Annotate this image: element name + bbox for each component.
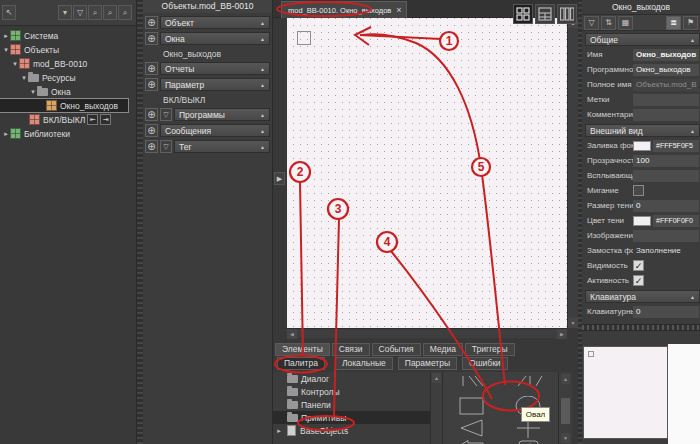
filter-icon[interactable]: ▽ [160, 140, 172, 153]
bind-out-icon[interactable]: ⇥ [100, 114, 111, 125]
palette-item-controls[interactable]: Контролы [273, 385, 430, 398]
image-field[interactable] [633, 230, 699, 242]
palette-item-baseobjects[interactable]: ▸ BaseObjects [273, 424, 430, 437]
add-object-button[interactable]: ⊕ [145, 16, 158, 29]
add-tag-button[interactable]: ⊕ [145, 140, 158, 153]
tree-item-resources[interactable]: ▾ Ресурсы [0, 71, 136, 84]
scroll-up-icon[interactable]: ▲ [561, 374, 570, 384]
add-window-button[interactable]: ⊕ [145, 32, 158, 45]
chevron-down-icon[interactable]: ▾ [11, 60, 19, 68]
list-view-icon[interactable]: ≣ [666, 16, 681, 30]
section-bar[interactable]: Отчеты ▲ [160, 62, 270, 75]
close-icon[interactable]: × [396, 5, 401, 15]
canvas-square-element[interactable] [297, 31, 311, 45]
zoom-out-icon[interactable]: ⌕ [118, 5, 132, 20]
tree-item-objects[interactable]: ▾ Объекты [0, 43, 136, 56]
chevron-right-icon[interactable]: ▸ [275, 427, 283, 435]
collapse-icon[interactable]: ▲ [260, 20, 265, 26]
tags-field[interactable] [633, 94, 699, 106]
tab-links[interactable]: Связи [332, 343, 370, 356]
chevron-down-icon[interactable]: ▾ [2, 46, 10, 54]
palette-item-dialog[interactable]: Диалог [273, 372, 430, 385]
tooltip-field[interactable] [633, 170, 699, 182]
section-bar[interactable]: Окна ▲ [160, 32, 270, 45]
scroll-left-icon[interactable]: ◀ [287, 329, 297, 339]
chevron-down-icon[interactable]: ▾ [20, 74, 28, 82]
tree-item-module[interactable]: ▾ mod_BB-0010 [0, 57, 136, 70]
section-bar[interactable]: Программы ▲ [174, 108, 270, 121]
program-name-field[interactable]: Окно_выходов [633, 64, 699, 76]
collapse-icon[interactable]: ▲ [260, 128, 265, 134]
search-icon[interactable]: ⌕ [88, 5, 102, 20]
tab-media[interactable]: Медиа [423, 343, 463, 356]
fill-color-field[interactable]: #FFF5F0F5 [653, 140, 699, 152]
columns-layout-icon[interactable] [557, 4, 577, 24]
palette-item-primitives[interactable]: Примитивы [273, 411, 430, 424]
section-bar[interactable]: Объект ▲ [160, 16, 270, 29]
section-general[interactable]: Общие ▲ [585, 33, 700, 46]
tab-elements[interactable]: Элементы [275, 343, 330, 356]
scroll-down-icon[interactable]: ▼ [568, 318, 578, 328]
zoom-in-icon[interactable]: ⌕ [103, 5, 117, 20]
activity-checkbox[interactable]: ✓ [633, 275, 644, 286]
pointer-tool-icon[interactable]: ↖ [2, 5, 16, 20]
chevron-right-icon[interactable]: ▸ [2, 130, 10, 138]
design-canvas[interactable] [287, 18, 567, 328]
tab-locals[interactable]: Локальные [335, 357, 393, 370]
tab-palette[interactable]: Палитра [277, 357, 325, 370]
shape-rounded-rect[interactable] [513, 440, 545, 444]
collapse-icon[interactable]: ▲ [690, 294, 695, 300]
section-bar[interactable]: Тег ▲ [174, 140, 270, 153]
shape-lines-2[interactable] [513, 374, 545, 394]
tree-item-libraries[interactable]: ▸ Библиотеки [0, 127, 136, 140]
scroll-right-icon[interactable]: ▶ [557, 329, 567, 339]
shadow-size-field[interactable]: 0 [633, 200, 699, 212]
parameter-list-item[interactable]: ВКЛ/ВЫКЛ [163, 94, 270, 105]
collapse-icon[interactable]: ▲ [260, 82, 265, 88]
keyboard-input-field[interactable]: 0 [633, 306, 699, 318]
fill-color-swatch[interactable] [633, 141, 651, 151]
collapse-icon[interactable]: ▲ [260, 36, 265, 42]
blink-checkbox[interactable] [633, 185, 644, 196]
scrollbar-thumb[interactable] [561, 398, 570, 424]
tree-item-onoff[interactable]: ВКЛ/ВЫКЛ ⇤ ⇥ [0, 113, 136, 126]
section-keyboard[interactable]: Клавиатура ▲ [585, 290, 700, 303]
tab-errors[interactable]: Ошибки [462, 357, 508, 370]
filter-icon[interactable]: ▽ [584, 16, 599, 30]
scroll-down-icon[interactable]: ▼ [561, 433, 570, 443]
canvas-vscrollbar[interactable]: ▲ ▼ [567, 18, 578, 328]
collapse-icon[interactable]: ▲ [260, 144, 265, 150]
shape-lines-1[interactable] [456, 374, 488, 394]
filter-icon[interactable]: ▽ [160, 108, 172, 121]
opacity-field[interactable]: 100 [633, 155, 699, 167]
tree-item-windows[interactable]: ▾ Окна [0, 85, 136, 98]
chevron-right-icon[interactable]: ▸ [2, 32, 10, 40]
grid-2x2-layout-icon[interactable] [513, 4, 533, 24]
filter-icon[interactable]: ▽ [73, 5, 87, 20]
canvas-tab[interactable]: mod_BB-0010. Окно_выходов × [281, 1, 407, 18]
tile-mode-select[interactable]: Заполнение [633, 245, 699, 257]
panel-expander-icon[interactable]: ▶ [274, 172, 285, 185]
horizontal-splitter[interactable] [582, 324, 700, 331]
shape-triangle[interactable] [456, 418, 488, 438]
table-layout-icon[interactable] [535, 4, 555, 24]
name-field[interactable]: Окно_выходов [633, 49, 699, 61]
categories-icon[interactable]: ▦ [618, 16, 633, 30]
flag-icon[interactable]: ⚑ [683, 16, 698, 30]
palette-item-panels[interactable]: Панели [273, 398, 430, 411]
sort-icon[interactable]: ⇅ [601, 16, 616, 30]
tree-search-box[interactable] [17, 5, 57, 20]
section-bar[interactable]: Параметр ▲ [160, 78, 270, 91]
canvas-hscrollbar[interactable]: ◀ ▶ [287, 328, 567, 338]
shadow-color-field[interactable]: #FFF0F0F0 [653, 215, 699, 227]
collapse-icon[interactable]: ▲ [260, 66, 265, 72]
shape-arrow[interactable] [456, 440, 488, 444]
collapse-icon[interactable]: ▲ [260, 112, 265, 118]
tab-triggers[interactable]: Триггеры [465, 343, 515, 356]
palette-scrollbar[interactable]: ▲ [430, 372, 442, 444]
tree-item-system[interactable]: ▸ Система [0, 29, 136, 42]
tree-item-window-outputs[interactable]: Окно_выходов [0, 99, 128, 112]
add-parameter-button[interactable]: ⊕ [145, 78, 158, 91]
collapse-icon[interactable]: ▲ [690, 128, 695, 134]
shapes-scrollbar[interactable]: ▲ ▼ [558, 372, 572, 444]
